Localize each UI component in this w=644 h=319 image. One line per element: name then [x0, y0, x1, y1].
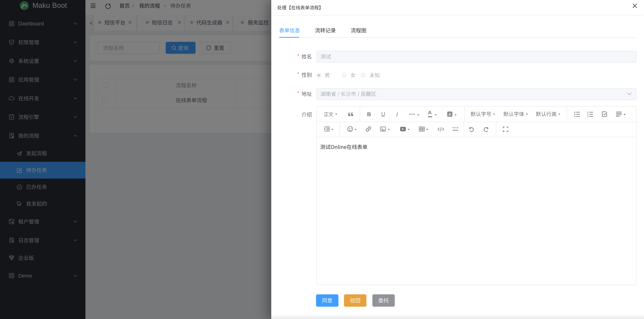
svg-text:3: 3 — [587, 115, 588, 118]
svg-text:2: 2 — [587, 113, 588, 115]
